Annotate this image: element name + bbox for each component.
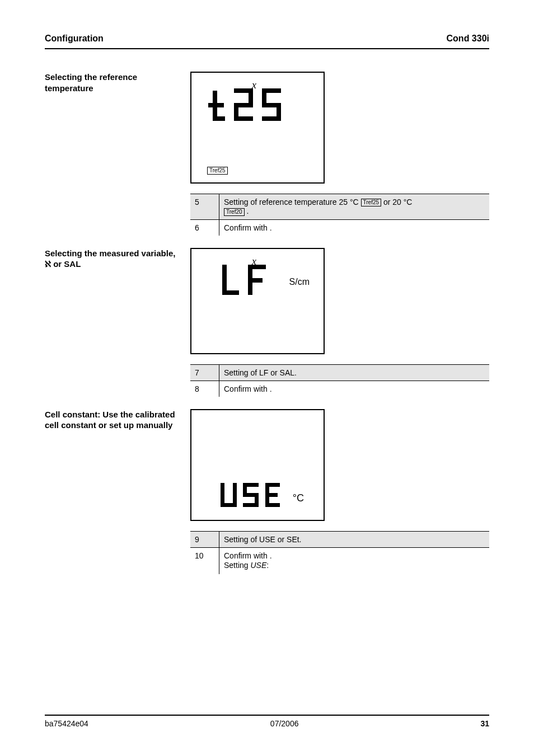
deg-c-label: °C xyxy=(293,492,304,504)
section2-settings-table: 7 Setting of LF or SAL. 8 Confirm with . xyxy=(190,364,489,397)
step-5-text: Setting of reference temperature 25 °C T… xyxy=(219,194,489,219)
step-10-text: Confirm with . Setting USE: xyxy=(219,548,489,575)
svg-rect-14 xyxy=(222,290,239,295)
step-6-num: 6 xyxy=(190,220,219,236)
seven-seg-t25 xyxy=(208,88,292,128)
seven-seg-lf xyxy=(222,265,273,298)
svg-rect-27 xyxy=(265,483,280,487)
unit-scm: S/cm xyxy=(289,277,310,287)
seven-seg-use xyxy=(221,483,282,510)
footer-page: 31 xyxy=(480,719,489,728)
svg-rect-1 xyxy=(208,103,224,107)
header-right: Cond 330i xyxy=(447,34,489,44)
step-7-num: 7 xyxy=(190,365,219,381)
display-frame-1: x xyxy=(190,72,325,184)
svg-rect-13 xyxy=(222,265,227,295)
display-frame-2: x S/cm xyxy=(190,248,325,354)
svg-rect-18 xyxy=(221,483,224,506)
svg-rect-16 xyxy=(248,265,266,269)
tref20-box: Tref20 xyxy=(224,208,245,216)
step-8-num: 8 xyxy=(190,381,219,397)
svg-rect-4 xyxy=(249,88,253,105)
tref25-box: Tref25 xyxy=(361,199,382,206)
svg-rect-9 xyxy=(262,88,266,105)
section2-title: Selecting the measured variable, ℵ or SA… xyxy=(45,248,190,270)
step-8-text: Confirm with . xyxy=(219,381,489,397)
section1-title: Selecting the reference temperature xyxy=(45,72,190,93)
svg-rect-17 xyxy=(248,278,263,283)
svg-rect-12 xyxy=(262,116,281,121)
footer-model: ba75424e04 xyxy=(45,719,88,728)
tref25-indicator: Tref25 xyxy=(207,167,228,175)
display-frame-3: °C xyxy=(190,409,325,521)
section1-settings-table: 5 Setting of reference temperature 25 °C… xyxy=(190,194,489,236)
step-10-num: 10 xyxy=(190,548,219,575)
header-rule xyxy=(45,48,489,49)
footer-date: 07/2006 xyxy=(270,719,299,728)
svg-rect-29 xyxy=(265,503,280,507)
svg-rect-28 xyxy=(265,493,278,497)
section3-settings-table: 9 Setting of USE or SEt. 10 Confirm with… xyxy=(190,531,489,575)
step-6-text: Confirm with . xyxy=(219,220,489,236)
svg-rect-7 xyxy=(234,116,253,121)
svg-rect-25 xyxy=(243,503,259,507)
svg-rect-20 xyxy=(221,503,237,507)
svg-rect-2 xyxy=(213,116,225,121)
page-footer: ba75424e04 07/2006 31 xyxy=(45,715,489,728)
header-left: Configuration xyxy=(45,34,104,44)
svg-rect-19 xyxy=(233,483,237,506)
step-5-num: 5 xyxy=(190,194,219,219)
step-9-num: 9 xyxy=(190,532,219,547)
section3-title: Cell constant: Use the calibrated cell c… xyxy=(45,409,190,431)
step-7-text: Setting of LF or SAL. xyxy=(219,365,489,381)
step-9-text: Setting of USE or SEt. xyxy=(219,532,489,547)
